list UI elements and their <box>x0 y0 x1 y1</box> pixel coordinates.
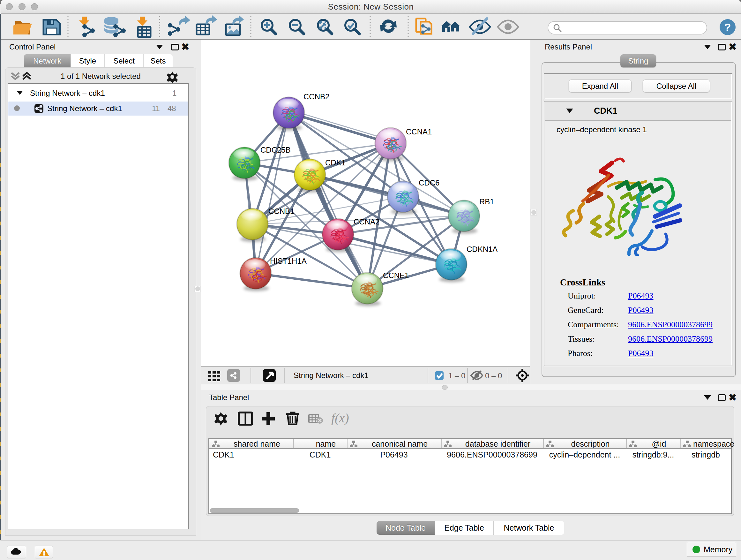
svg-text:RB1: RB1 <box>479 197 494 206</box>
svg-text:CDC25B: CDC25B <box>260 145 291 154</box>
svg-text:CCNA2: CCNA2 <box>354 217 380 226</box>
svg-text:CDKN1A: CDKN1A <box>467 245 497 253</box>
svg-text:CCNA1: CCNA1 <box>406 127 432 136</box>
svg-text:String Network – cdk1: String Network – cdk1 <box>293 371 368 380</box>
svg-text:1 – 0: 1 – 0 <box>448 371 465 380</box>
svg-text:f(x): f(x) <box>331 411 349 425</box>
svg-text:CDK1: CDK1 <box>325 159 346 167</box>
svg-text:CCNB2: CCNB2 <box>304 92 329 101</box>
svg-text:CDC6: CDC6 <box>419 179 440 187</box>
svg-text:CCNE1: CCNE1 <box>383 271 409 280</box>
svg-text:HIST1H1A: HIST1H1A <box>270 257 307 265</box>
svg-text:0 – 0: 0 – 0 <box>485 371 502 380</box>
svg-text:CCNB1: CCNB1 <box>268 207 294 215</box>
